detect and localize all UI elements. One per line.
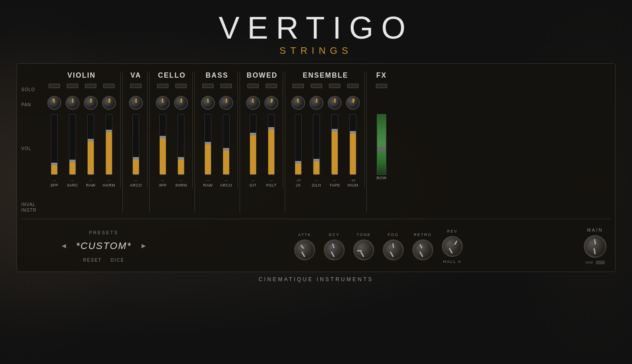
instr-val: --- xyxy=(179,178,183,182)
pan-knob[interactable] xyxy=(84,96,98,110)
pan-knob[interactable] xyxy=(156,96,170,110)
fader-track[interactable] xyxy=(295,114,302,175)
ensemble-ch4: -12 HIUM xyxy=(345,84,361,187)
instr-val: --- xyxy=(251,178,255,182)
pan-knob[interactable] xyxy=(291,96,305,110)
fader-track[interactable] xyxy=(87,114,94,175)
fader-track[interactable] xyxy=(132,114,139,175)
fader-track[interactable] xyxy=(331,114,338,175)
pan-knob[interactable] xyxy=(47,96,61,110)
tone-label: TONE xyxy=(357,233,371,237)
group-title-fx: FX xyxy=(376,72,387,79)
instr-name: GIT xyxy=(250,183,257,187)
violin-ch1: --- 3PP xyxy=(46,84,62,187)
solo-btn[interactable] xyxy=(175,84,187,88)
pan-knob[interactable] xyxy=(129,96,143,110)
fader-track[interactable] xyxy=(51,114,58,175)
pan-knob[interactable] xyxy=(264,96,278,110)
fader-track[interactable] xyxy=(268,114,275,175)
dcy-knob[interactable] xyxy=(324,239,345,260)
attk-knob[interactable] xyxy=(294,239,315,260)
instr-val: --- xyxy=(161,178,165,182)
va-ch1: --- ARCO xyxy=(128,84,144,187)
fog-knob[interactable] xyxy=(383,239,404,260)
fx-fader-track[interactable] xyxy=(377,114,386,175)
svg-line-7 xyxy=(393,244,393,247)
instr-name: TAPE xyxy=(329,183,340,187)
solo-btn[interactable] xyxy=(347,84,359,88)
pan-knob[interactable] xyxy=(66,96,79,110)
brand-label: CINEMATIQUE INSTRUMENTS xyxy=(259,276,373,282)
reset-button[interactable]: RESET xyxy=(83,258,102,262)
pan-knob[interactable] xyxy=(328,96,342,110)
solo-btn[interactable] xyxy=(221,84,232,88)
group-title-violin: VIOLIN xyxy=(67,72,95,79)
preset-prev-button[interactable]: ◄ xyxy=(60,242,67,250)
rev-knob[interactable] xyxy=(442,236,463,257)
fader-track[interactable] xyxy=(313,114,320,175)
violin-ch2: --- 3ARC xyxy=(65,84,80,187)
fader-track[interactable] xyxy=(69,114,76,175)
va-channels: --- ARCO xyxy=(128,84,144,187)
instr-name: ZILH xyxy=(312,183,321,187)
fader-track[interactable] xyxy=(159,114,166,175)
group-va: VA --- ARCO xyxy=(125,72,148,187)
instr-val: --- xyxy=(89,178,92,182)
label-solo: SOLO xyxy=(21,87,43,92)
main-panel: SOLO PAN VOL INVAL INSTR VIOLIN --- 3PP xyxy=(16,63,616,272)
bass-ch2: --- ARCO xyxy=(218,84,234,187)
solo-btn[interactable] xyxy=(157,84,168,88)
solo-btn[interactable] xyxy=(311,84,322,88)
pan-knob[interactable] xyxy=(174,96,188,110)
pan-knob[interactable] xyxy=(246,96,260,110)
cello-ch1: --- 3PP xyxy=(155,84,171,187)
preset-name: *CUSTOM* xyxy=(76,240,132,252)
solo-btn[interactable] xyxy=(85,84,96,88)
control-attk: ATTK xyxy=(294,233,315,260)
fader-track[interactable] xyxy=(105,114,112,175)
pan-knob[interactable] xyxy=(201,96,215,110)
solo-btn[interactable] xyxy=(49,84,60,88)
solo-btn[interactable] xyxy=(130,84,142,88)
group-title-cello: CELLO xyxy=(158,72,186,79)
solo-btn[interactable] xyxy=(266,84,277,88)
group-ensemble: ENSEMBLE -12 JX --- ZILH xyxy=(287,72,365,187)
pan-knob[interactable] xyxy=(309,96,323,110)
fader-track[interactable] xyxy=(204,114,211,175)
solo-btn[interactable] xyxy=(247,84,259,88)
footer: CINEMATIQUE INSTRUMENTS xyxy=(259,272,373,282)
solo-btn[interactable] xyxy=(376,84,387,88)
fx-ch1: BOW xyxy=(372,84,391,180)
solo-btn[interactable] xyxy=(67,84,78,88)
preset-next-button[interactable]: ► xyxy=(140,242,147,250)
solo-btn[interactable] xyxy=(293,84,304,88)
svg-point-8 xyxy=(415,242,432,259)
solo-btn[interactable] xyxy=(103,84,115,88)
instr-name: ARCO xyxy=(220,183,232,187)
control-rev: REV HALL A xyxy=(442,229,463,264)
fader-track[interactable] xyxy=(223,114,230,175)
main-knob[interactable] xyxy=(584,235,606,258)
instr-name: RAW xyxy=(86,183,95,187)
instr-name: HARM xyxy=(103,183,115,187)
app-subtitle: STRINGS xyxy=(219,45,414,56)
presets-section: PRESETS ◄ *CUSTOM* ► RESET DICE xyxy=(26,230,182,262)
control-dcy: DCY xyxy=(324,233,345,260)
svg-line-13 xyxy=(595,239,596,244)
violin-channels: --- 3PP --- 3ARC xyxy=(46,84,117,187)
instr-name: 3PP xyxy=(50,183,59,187)
dice-button[interactable]: DICE xyxy=(111,258,125,262)
solo-btn[interactable] xyxy=(329,84,340,88)
pan-knob[interactable] xyxy=(102,96,116,110)
retro-knob[interactable] xyxy=(412,239,433,260)
ensemble-ch2: --- ZILH xyxy=(309,84,324,187)
fader-track[interactable] xyxy=(349,114,356,175)
solo-btn[interactable] xyxy=(202,84,214,88)
pan-knob[interactable] xyxy=(219,96,233,110)
svg-line-1 xyxy=(301,245,303,248)
fader-track[interactable] xyxy=(250,114,257,175)
pan-knob[interactable] xyxy=(346,96,360,110)
fader-track[interactable] xyxy=(178,114,184,175)
ensemble-channels: -12 JX --- ZILH --- xyxy=(290,84,361,187)
tone-knob[interactable] xyxy=(353,239,374,260)
